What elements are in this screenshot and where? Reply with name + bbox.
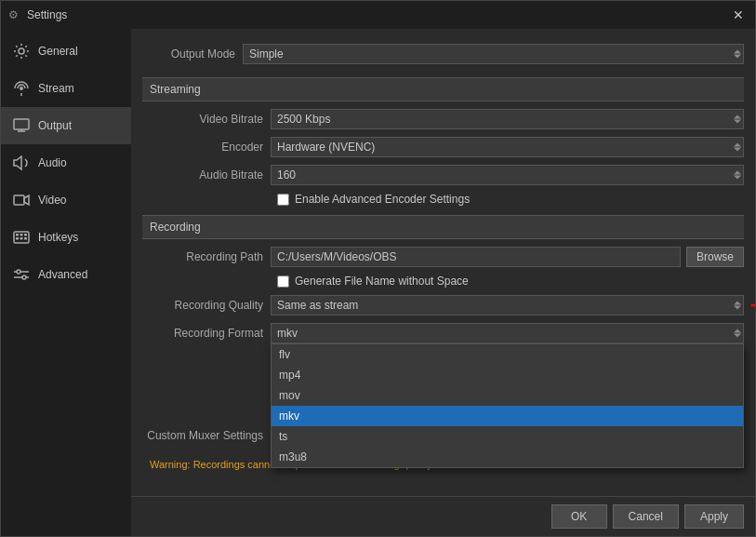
svg-point-14: [17, 270, 20, 274]
recording-format-label: Recording Format: [142, 327, 263, 340]
ab-arrows: [734, 171, 741, 180]
advanced-encoder-checkbox[interactable]: [277, 194, 289, 206]
recording-format-control: mkv flv mp4 mov mkv: [271, 323, 744, 343]
rq-arrow-down-icon: [734, 306, 741, 310]
audio-bitrate-label: Audio Bitrate: [142, 168, 263, 181]
apply-button[interactable]: Apply: [684, 504, 744, 529]
recording-format-list: flv mp4 mov mkv ts m3u8: [271, 343, 744, 468]
enc-arrow-up-icon: [734, 143, 741, 147]
sidebar: General Stream: [1, 29, 131, 536]
encoder-value: Hardware (NVENC): [277, 141, 375, 154]
output-mode-arrows: [734, 50, 741, 59]
custom-muxer-label: Custom Muxer Settings: [142, 429, 263, 442]
format-option-mp4[interactable]: mp4: [272, 365, 743, 385]
ok-button[interactable]: OK: [551, 504, 607, 529]
title-bar-left: ⚙ Settings: [8, 8, 67, 21]
recording-quality-control: Same as stream: [271, 295, 744, 315]
format-option-ts[interactable]: ts: [272, 426, 743, 447]
recording-quality-row: Recording Quality Same as stream: [142, 291, 744, 319]
encoder-select-wrapper: Hardware (NVENC): [271, 137, 744, 157]
sidebar-item-hotkeys[interactable]: Hotkeys: [1, 219, 131, 256]
rf-arrows: [734, 329, 741, 338]
audio-bitrate-value: 160: [277, 168, 296, 181]
encoder-row: Encoder Hardware (NVENC): [142, 133, 744, 161]
settings-window: ⚙ Settings ✕ General: [0, 0, 756, 537]
output-mode-label: Output Mode: [142, 47, 235, 60]
output-mode-select[interactable]: Simple: [243, 44, 744, 64]
svg-rect-11: [16, 237, 19, 240]
sidebar-item-video[interactable]: Video: [1, 181, 131, 219]
general-icon: [12, 42, 31, 60]
enc-arrow-down-icon: [734, 148, 741, 152]
sidebar-label-output: Output: [38, 119, 72, 132]
svg-rect-10: [24, 234, 27, 236]
stream-icon: [12, 79, 31, 98]
video-bitrate-arrows: [734, 115, 741, 124]
audio-bitrate-select[interactable]: 160: [271, 165, 744, 185]
rq-arrows: [734, 302, 741, 310]
format-option-mkv[interactable]: mkv: [272, 406, 743, 426]
sidebar-item-output[interactable]: Output: [1, 107, 131, 144]
window-title: Settings: [27, 8, 67, 21]
rf-arrow-down-icon: [734, 334, 741, 338]
output-mode-value: Simple: [249, 47, 284, 60]
recording-quality-select[interactable]: Same as stream: [271, 295, 744, 315]
recording-path-label: Recording Path: [142, 250, 263, 263]
svg-point-0: [19, 48, 24, 54]
sidebar-item-general[interactable]: General: [1, 33, 131, 70]
advanced-encoder-label[interactable]: Enable Advanced Encoder Settings: [295, 193, 470, 206]
video-bitrate-value: 2500 Kbps: [277, 113, 330, 126]
output-mode-row: Output Mode Simple: [142, 36, 744, 72]
sidebar-label-audio: Audio: [38, 156, 67, 169]
format-option-m3u8[interactable]: m3u8: [272, 447, 743, 467]
svg-rect-8: [16, 234, 19, 236]
cancel-button[interactable]: Cancel: [613, 504, 679, 529]
svg-point-1: [20, 87, 23, 90]
video-bitrate-select[interactable]: 2500 Kbps: [271, 109, 744, 129]
content-scroll: Output Mode Simple Streaming: [131, 29, 755, 496]
encoder-label: Encoder: [142, 141, 263, 154]
recording-format-row: Recording Format mkv: [142, 319, 744, 347]
output-mode-select-wrapper: Simple: [243, 44, 744, 64]
encoder-select[interactable]: Hardware (NVENC): [271, 137, 744, 157]
video-bitrate-row: Video Bitrate 2500 Kbps: [142, 105, 744, 133]
recording-quality-value: Same as stream: [277, 299, 358, 312]
svg-rect-12: [20, 237, 23, 240]
advanced-encoder-checkbox-row: Enable Advanced Encoder Settings: [142, 189, 744, 209]
footer-bar: OK Cancel Apply: [131, 496, 755, 536]
ab-arrow-up-icon: [734, 171, 741, 175]
sidebar-item-stream[interactable]: Stream: [1, 70, 131, 107]
video-bitrate-label: Video Bitrate: [142, 113, 263, 126]
streaming-section-header: Streaming: [142, 77, 744, 101]
format-option-flv[interactable]: flv: [272, 344, 743, 365]
audio-bitrate-row: Audio Bitrate 160: [142, 161, 744, 189]
browse-button[interactable]: Browse: [686, 247, 744, 267]
sidebar-item-advanced[interactable]: Advanced: [1, 256, 131, 293]
svg-rect-6: [14, 195, 24, 205]
recording-quality-label: Recording Quality: [142, 299, 263, 312]
close-button[interactable]: ✕: [729, 6, 748, 24]
recording-path-input[interactable]: [271, 247, 681, 267]
rq-arrow-up-icon: [734, 302, 741, 305]
audio-bitrate-select-wrapper: 160: [271, 165, 744, 185]
arrow-down-icon: [734, 55, 741, 59]
generate-filename-label[interactable]: Generate File Name without Space: [295, 275, 469, 288]
audio-icon: [12, 154, 31, 172]
generate-filename-checkbox[interactable]: [277, 275, 289, 288]
svg-point-15: [22, 275, 26, 279]
sidebar-item-audio[interactable]: Audio: [1, 144, 131, 181]
recording-format-select[interactable]: mkv: [271, 323, 744, 343]
recording-format-value: mkv: [277, 327, 298, 340]
vb-arrow-up-icon: [734, 115, 741, 119]
recording-section-header: Recording: [142, 215, 744, 239]
sidebar-label-advanced: Advanced: [38, 268, 87, 281]
vb-arrow-down-icon: [734, 120, 741, 124]
browse-row: Browse: [271, 247, 744, 267]
sidebar-label-hotkeys: Hotkeys: [38, 231, 78, 244]
svg-rect-13: [24, 237, 27, 240]
format-option-mov[interactable]: mov: [272, 385, 743, 406]
rf-arrow-up-icon: [734, 329, 741, 333]
sidebar-label-video: Video: [38, 194, 66, 207]
settings-icon: ⚙: [8, 8, 21, 21]
output-icon: [12, 116, 31, 135]
